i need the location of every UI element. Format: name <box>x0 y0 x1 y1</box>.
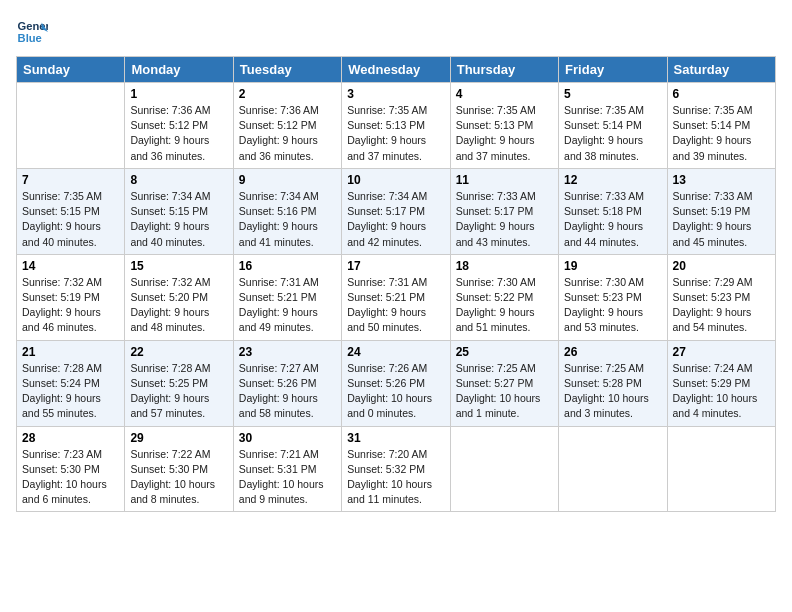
day-number: 6 <box>673 87 770 101</box>
day-info: Sunrise: 7:36 AMSunset: 5:12 PMDaylight:… <box>130 103 227 164</box>
day-info: Sunrise: 7:34 AMSunset: 5:16 PMDaylight:… <box>239 189 336 250</box>
day-number: 16 <box>239 259 336 273</box>
day-info: Sunrise: 7:23 AMSunset: 5:30 PMDaylight:… <box>22 447 119 508</box>
day-info: Sunrise: 7:21 AMSunset: 5:31 PMDaylight:… <box>239 447 336 508</box>
day-info: Sunrise: 7:28 AMSunset: 5:25 PMDaylight:… <box>130 361 227 422</box>
svg-text:Blue: Blue <box>18 32 42 44</box>
calendar-cell: 30Sunrise: 7:21 AMSunset: 5:31 PMDayligh… <box>233 426 341 512</box>
day-number: 29 <box>130 431 227 445</box>
day-info: Sunrise: 7:35 AMSunset: 5:15 PMDaylight:… <box>22 189 119 250</box>
day-number: 20 <box>673 259 770 273</box>
calendar-cell: 17Sunrise: 7:31 AMSunset: 5:21 PMDayligh… <box>342 254 450 340</box>
calendar-cell: 14Sunrise: 7:32 AMSunset: 5:19 PMDayligh… <box>17 254 125 340</box>
calendar-cell <box>559 426 667 512</box>
logo: General Blue <box>16 16 48 48</box>
day-info: Sunrise: 7:29 AMSunset: 5:23 PMDaylight:… <box>673 275 770 336</box>
day-number: 4 <box>456 87 553 101</box>
day-info: Sunrise: 7:25 AMSunset: 5:27 PMDaylight:… <box>456 361 553 422</box>
day-number: 7 <box>22 173 119 187</box>
weekday-header-row: SundayMondayTuesdayWednesdayThursdayFrid… <box>17 57 776 83</box>
calendar-cell: 9Sunrise: 7:34 AMSunset: 5:16 PMDaylight… <box>233 168 341 254</box>
calendar-week-row: 7Sunrise: 7:35 AMSunset: 5:15 PMDaylight… <box>17 168 776 254</box>
calendar-cell: 26Sunrise: 7:25 AMSunset: 5:28 PMDayligh… <box>559 340 667 426</box>
day-number: 11 <box>456 173 553 187</box>
calendar-cell <box>667 426 775 512</box>
day-number: 13 <box>673 173 770 187</box>
calendar-cell: 23Sunrise: 7:27 AMSunset: 5:26 PMDayligh… <box>233 340 341 426</box>
day-info: Sunrise: 7:34 AMSunset: 5:15 PMDaylight:… <box>130 189 227 250</box>
day-number: 12 <box>564 173 661 187</box>
day-number: 5 <box>564 87 661 101</box>
page-header: General Blue <box>16 16 776 48</box>
weekday-header: Thursday <box>450 57 558 83</box>
calendar-cell: 12Sunrise: 7:33 AMSunset: 5:18 PMDayligh… <box>559 168 667 254</box>
calendar-cell: 28Sunrise: 7:23 AMSunset: 5:30 PMDayligh… <box>17 426 125 512</box>
day-info: Sunrise: 7:22 AMSunset: 5:30 PMDaylight:… <box>130 447 227 508</box>
day-info: Sunrise: 7:26 AMSunset: 5:26 PMDaylight:… <box>347 361 444 422</box>
day-number: 19 <box>564 259 661 273</box>
calendar-cell: 11Sunrise: 7:33 AMSunset: 5:17 PMDayligh… <box>450 168 558 254</box>
calendar-cell: 22Sunrise: 7:28 AMSunset: 5:25 PMDayligh… <box>125 340 233 426</box>
calendar-cell: 24Sunrise: 7:26 AMSunset: 5:26 PMDayligh… <box>342 340 450 426</box>
day-number: 3 <box>347 87 444 101</box>
day-info: Sunrise: 7:33 AMSunset: 5:17 PMDaylight:… <box>456 189 553 250</box>
day-info: Sunrise: 7:35 AMSunset: 5:13 PMDaylight:… <box>456 103 553 164</box>
weekday-header: Monday <box>125 57 233 83</box>
day-info: Sunrise: 7:35 AMSunset: 5:14 PMDaylight:… <box>673 103 770 164</box>
day-info: Sunrise: 7:32 AMSunset: 5:19 PMDaylight:… <box>22 275 119 336</box>
weekday-header: Friday <box>559 57 667 83</box>
day-info: Sunrise: 7:33 AMSunset: 5:18 PMDaylight:… <box>564 189 661 250</box>
day-info: Sunrise: 7:31 AMSunset: 5:21 PMDaylight:… <box>239 275 336 336</box>
calendar-cell: 18Sunrise: 7:30 AMSunset: 5:22 PMDayligh… <box>450 254 558 340</box>
calendar-cell: 31Sunrise: 7:20 AMSunset: 5:32 PMDayligh… <box>342 426 450 512</box>
weekday-header: Tuesday <box>233 57 341 83</box>
day-number: 22 <box>130 345 227 359</box>
day-number: 10 <box>347 173 444 187</box>
calendar-cell <box>450 426 558 512</box>
day-number: 24 <box>347 345 444 359</box>
day-info: Sunrise: 7:25 AMSunset: 5:28 PMDaylight:… <box>564 361 661 422</box>
day-info: Sunrise: 7:32 AMSunset: 5:20 PMDaylight:… <box>130 275 227 336</box>
day-number: 17 <box>347 259 444 273</box>
calendar-cell: 29Sunrise: 7:22 AMSunset: 5:30 PMDayligh… <box>125 426 233 512</box>
calendar-cell: 27Sunrise: 7:24 AMSunset: 5:29 PMDayligh… <box>667 340 775 426</box>
day-number: 2 <box>239 87 336 101</box>
day-number: 25 <box>456 345 553 359</box>
calendar-cell: 5Sunrise: 7:35 AMSunset: 5:14 PMDaylight… <box>559 83 667 169</box>
calendar-cell: 16Sunrise: 7:31 AMSunset: 5:21 PMDayligh… <box>233 254 341 340</box>
day-number: 23 <box>239 345 336 359</box>
weekday-header: Sunday <box>17 57 125 83</box>
day-info: Sunrise: 7:33 AMSunset: 5:19 PMDaylight:… <box>673 189 770 250</box>
weekday-header: Saturday <box>667 57 775 83</box>
day-number: 15 <box>130 259 227 273</box>
calendar-cell <box>17 83 125 169</box>
calendar-week-row: 14Sunrise: 7:32 AMSunset: 5:19 PMDayligh… <box>17 254 776 340</box>
calendar-cell: 19Sunrise: 7:30 AMSunset: 5:23 PMDayligh… <box>559 254 667 340</box>
calendar-cell: 10Sunrise: 7:34 AMSunset: 5:17 PMDayligh… <box>342 168 450 254</box>
day-number: 9 <box>239 173 336 187</box>
day-info: Sunrise: 7:27 AMSunset: 5:26 PMDaylight:… <box>239 361 336 422</box>
day-number: 26 <box>564 345 661 359</box>
calendar-cell: 4Sunrise: 7:35 AMSunset: 5:13 PMDaylight… <box>450 83 558 169</box>
day-number: 31 <box>347 431 444 445</box>
day-info: Sunrise: 7:24 AMSunset: 5:29 PMDaylight:… <box>673 361 770 422</box>
calendar-cell: 1Sunrise: 7:36 AMSunset: 5:12 PMDaylight… <box>125 83 233 169</box>
calendar-week-row: 21Sunrise: 7:28 AMSunset: 5:24 PMDayligh… <box>17 340 776 426</box>
day-number: 1 <box>130 87 227 101</box>
day-info: Sunrise: 7:30 AMSunset: 5:22 PMDaylight:… <box>456 275 553 336</box>
calendar-cell: 25Sunrise: 7:25 AMSunset: 5:27 PMDayligh… <box>450 340 558 426</box>
calendar-table: SundayMondayTuesdayWednesdayThursdayFrid… <box>16 56 776 512</box>
calendar-cell: 7Sunrise: 7:35 AMSunset: 5:15 PMDaylight… <box>17 168 125 254</box>
calendar-cell: 3Sunrise: 7:35 AMSunset: 5:13 PMDaylight… <box>342 83 450 169</box>
day-number: 14 <box>22 259 119 273</box>
day-info: Sunrise: 7:20 AMSunset: 5:32 PMDaylight:… <box>347 447 444 508</box>
calendar-cell: 2Sunrise: 7:36 AMSunset: 5:12 PMDaylight… <box>233 83 341 169</box>
calendar-week-row: 28Sunrise: 7:23 AMSunset: 5:30 PMDayligh… <box>17 426 776 512</box>
day-info: Sunrise: 7:30 AMSunset: 5:23 PMDaylight:… <box>564 275 661 336</box>
day-info: Sunrise: 7:35 AMSunset: 5:13 PMDaylight:… <box>347 103 444 164</box>
day-number: 8 <box>130 173 227 187</box>
day-number: 28 <box>22 431 119 445</box>
weekday-header: Wednesday <box>342 57 450 83</box>
day-number: 21 <box>22 345 119 359</box>
calendar-cell: 15Sunrise: 7:32 AMSunset: 5:20 PMDayligh… <box>125 254 233 340</box>
